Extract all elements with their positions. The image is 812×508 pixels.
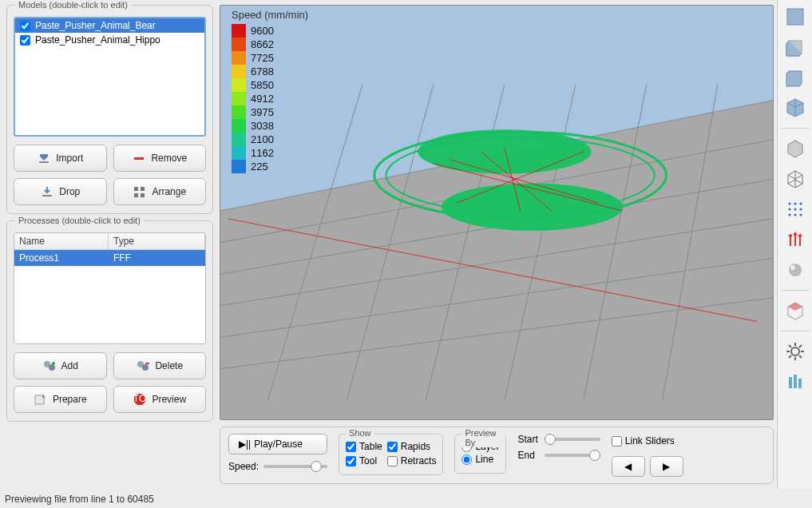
- viewport-3d[interactable]: Speed (mm/min) 9600866277256788585049123…: [220, 5, 774, 420]
- section-icon[interactable]: [782, 297, 809, 324]
- play-pause-button[interactable]: ▶|| Play/Pause: [228, 434, 327, 454]
- legend-row: 1162: [232, 146, 308, 160]
- legend-swatch: [232, 51, 246, 65]
- models-title: Models (double-click to edit): [15, 0, 131, 10]
- legend-swatch: [232, 92, 246, 105]
- end-slider[interactable]: [545, 454, 600, 457]
- show-table[interactable]: Table: [346, 441, 382, 452]
- show-group: Show Table Rapids Tool Retracts: [339, 434, 443, 475]
- legend-value: 8662: [246, 38, 274, 50]
- process-row[interactable]: Process1 FFF: [14, 250, 205, 266]
- legend-swatch: [232, 160, 246, 173]
- svg-point-46: [794, 214, 796, 216]
- show-tool[interactable]: Tool: [346, 455, 382, 466]
- next-button[interactable]: ▶: [650, 456, 683, 477]
- legend-row: 225: [232, 160, 308, 173]
- add-icon: [42, 359, 57, 373]
- view-front-icon[interactable]: [782, 34, 809, 61]
- arrow-left-icon: ◀: [624, 461, 632, 472]
- svg-point-40: [794, 203, 796, 205]
- legend-swatch: [232, 146, 246, 160]
- processes-header: Name Type: [14, 233, 205, 250]
- start-slider[interactable]: [545, 438, 600, 441]
- arrange-button[interactable]: Arrange: [113, 178, 207, 205]
- models-panel: Models (double-click to edit) Paste_Push…: [6, 5, 213, 214]
- svg-point-8: [49, 364, 55, 371]
- status-bar: Previewing file from line 1 to 60485: [5, 494, 154, 505]
- model-checkbox[interactable]: [20, 35, 30, 46]
- end-label: End: [517, 450, 537, 461]
- legend-value: 3038: [246, 120, 274, 132]
- remove-icon: [132, 151, 146, 165]
- legend-row: 3975: [232, 105, 308, 119]
- svg-point-51: [789, 264, 802, 276]
- view-side-icon[interactable]: [782, 64, 809, 91]
- svg-point-45: [788, 214, 790, 216]
- drop-button[interactable]: Drop: [14, 178, 107, 205]
- supports-icon[interactable]: [782, 368, 809, 395]
- preview-controls: ▶|| Play/Pause Speed: Show Table Rapids …: [220, 427, 774, 484]
- preview-by-group: Preview By Layer Line: [454, 434, 506, 474]
- add-button[interactable]: Add: [14, 352, 107, 379]
- prev-button[interactable]: ◀: [612, 456, 645, 477]
- legend-row: 4912: [232, 92, 308, 105]
- link-sliders[interactable]: Link Sliders: [612, 435, 683, 446]
- legend-swatch: [232, 24, 246, 38]
- legend-swatch: [232, 65, 246, 78]
- legend-swatch: [232, 38, 246, 51]
- legend-row: 9600: [232, 24, 308, 38]
- models-list[interactable]: Paste_Pusher_Animal_Bear Paste_Pusher_An…: [14, 17, 206, 137]
- show-retracts[interactable]: Retracts: [387, 455, 437, 466]
- speed-slider[interactable]: [263, 465, 327, 468]
- view-iso-icon[interactable]: [782, 94, 809, 121]
- arrange-icon: [133, 185, 147, 199]
- import-button[interactable]: Import: [14, 145, 107, 172]
- model-item[interactable]: Paste_Pusher_Animal_Hippo: [15, 33, 204, 47]
- remove-button[interactable]: Remove: [113, 145, 207, 172]
- speed-legend: Speed (mm/min) 9600866277256788585049123…: [232, 9, 308, 173]
- legend-value: 4912: [246, 93, 274, 105]
- wire-cube-icon[interactable]: [782, 165, 809, 192]
- legend-value: 5850: [246, 79, 274, 91]
- view-top-icon[interactable]: [782, 3, 809, 30]
- show-rapids[interactable]: Rapids: [387, 441, 437, 452]
- legend-row: 2100: [232, 133, 308, 146]
- stop-icon: STOP: [133, 392, 147, 407]
- arrow-right-icon: ▶: [663, 461, 670, 472]
- normals-icon[interactable]: [782, 226, 809, 253]
- svg-point-30: [418, 129, 591, 173]
- processes-table[interactable]: Name Type Process1 FFF: [14, 232, 206, 344]
- svg-rect-63: [794, 375, 797, 388]
- legend-row: 7725: [232, 51, 308, 65]
- gear-icon[interactable]: [782, 338, 809, 365]
- preview-by-line[interactable]: Line: [461, 454, 499, 465]
- preview-button[interactable]: STOP Preview: [113, 386, 207, 413]
- svg-rect-3: [134, 187, 138, 191]
- svg-rect-62: [789, 377, 792, 388]
- legend-swatch: [232, 119, 246, 133]
- separator: [781, 128, 810, 129]
- model-item[interactable]: Paste_Pusher_Animal_Bear: [15, 18, 204, 33]
- legend-row: 8662: [232, 38, 308, 51]
- svg-point-44: [799, 208, 802, 211]
- prepare-button[interactable]: Prepare: [14, 386, 107, 413]
- model-checkbox[interactable]: [20, 21, 30, 31]
- separator: [781, 331, 810, 331]
- svg-point-53: [791, 347, 799, 355]
- processes-panel: Processes (double-click to edit) Name Ty…: [6, 220, 213, 422]
- import-icon: [37, 151, 51, 165]
- legend-row: 6788: [232, 65, 308, 78]
- legend-value: 6788: [246, 65, 274, 77]
- svg-text:STOP: STOP: [133, 393, 147, 404]
- legend-value: 9600: [246, 25, 274, 37]
- points-icon[interactable]: [782, 196, 809, 223]
- legend-swatch: [232, 133, 246, 146]
- svg-line-60: [789, 355, 791, 358]
- svg-point-31: [442, 183, 623, 230]
- solid-cube-icon[interactable]: [782, 135, 809, 162]
- svg-rect-4: [141, 187, 145, 191]
- delete-button[interactable]: Delete: [113, 352, 207, 379]
- svg-rect-5: [134, 193, 138, 197]
- shading-icon[interactable]: [782, 256, 809, 284]
- svg-rect-38: [787, 9, 803, 25]
